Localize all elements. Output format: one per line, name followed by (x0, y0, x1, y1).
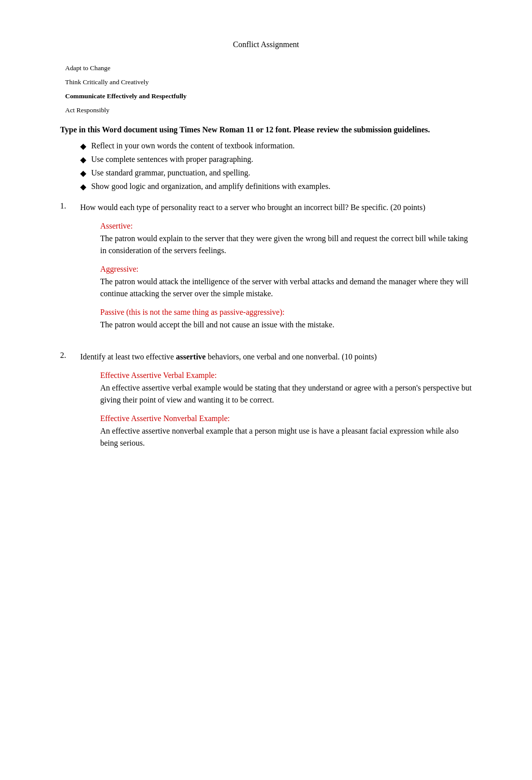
bullet-item-2: Use complete sentences with proper parag… (80, 155, 472, 164)
question-1-text: How would each type of personality react… (80, 202, 472, 214)
bullet-item-1: Reflect in your own words the content of… (80, 141, 472, 151)
nonverbal-example-section: Effective Assertive Nonverbal Example: A… (80, 414, 472, 449)
passive-content: The patron would accept the bill and not… (100, 319, 472, 331)
aggressive-content: The patron would attack the intelligence… (100, 276, 472, 300)
passive-heading: Passive (this is not the same thing as p… (100, 308, 472, 317)
question-1-number: 1. (60, 202, 80, 339)
aggressive-heading: Aggressive: (100, 265, 472, 274)
subtitle-list: Adapt to Change Think Critically and Cre… (60, 64, 472, 114)
instructions-text: Type in this Word document using Times N… (60, 124, 472, 135)
bullet-item-3: Use standard grammar, punctuation, and s… (80, 168, 472, 178)
subtitle-think: Think Critically and Creatively (60, 78, 472, 86)
question-2-content: Identify at least two effective assertiv… (80, 351, 472, 457)
subtitle-adapt: Adapt to Change (60, 64, 472, 72)
question-2-text: Identify at least two effective assertiv… (80, 351, 472, 363)
question-1-section: 1. How would each type of personality re… (60, 202, 472, 339)
question-2-section: 2. Identify at least two effective asser… (60, 351, 472, 457)
page-title: Conflict Assignment (60, 40, 472, 49)
bullet-item-4: Show good logic and organization, and am… (80, 182, 472, 191)
verbal-example-section: Effective Assertive Verbal Example: An e… (80, 371, 472, 406)
assertive-heading: Assertive: (100, 222, 472, 231)
verbal-example-heading: Effective Assertive Verbal Example: (100, 371, 472, 380)
passive-section: Passive (this is not the same thing as p… (80, 308, 472, 331)
question-2-item: 2. Identify at least two effective asser… (60, 351, 472, 457)
verbal-example-content: An effective assertive verbal example wo… (100, 382, 472, 406)
question-2-number: 2. (60, 351, 80, 457)
nonverbal-example-content: An effective assertive nonverbal example… (100, 425, 472, 449)
subtitle-communicate: Communicate Effectively and Respectfully (60, 92, 472, 100)
bullet-list: Reflect in your own words the content of… (60, 141, 472, 191)
assertive-content: The patron would explain to the server t… (100, 233, 472, 257)
question-1-content: How would each type of personality react… (80, 202, 472, 339)
nonverbal-example-heading: Effective Assertive Nonverbal Example: (100, 414, 472, 423)
question-1-item: 1. How would each type of personality re… (60, 202, 472, 339)
aggressive-section: Aggressive: The patron would attack the … (80, 265, 472, 300)
subtitle-act: Act Responsibly (60, 106, 472, 114)
assertive-section: Assertive: The patron would explain to t… (80, 222, 472, 257)
